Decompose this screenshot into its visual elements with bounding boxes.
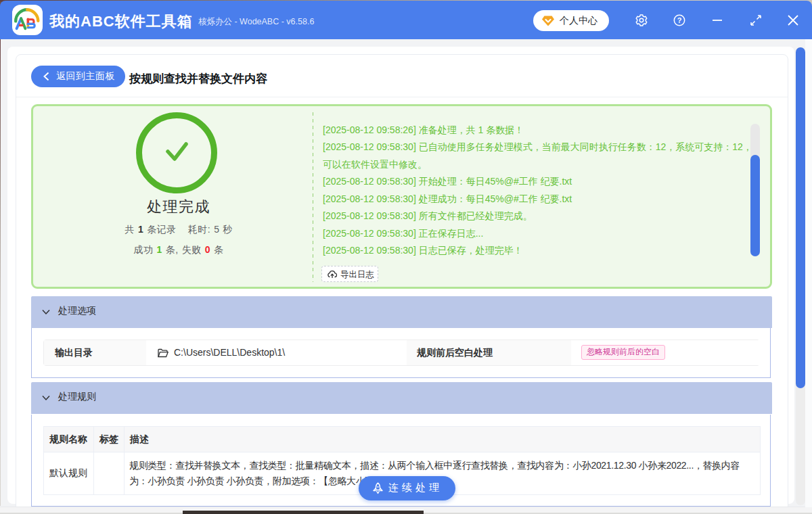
- svg-text:?: ?: [677, 16, 682, 24]
